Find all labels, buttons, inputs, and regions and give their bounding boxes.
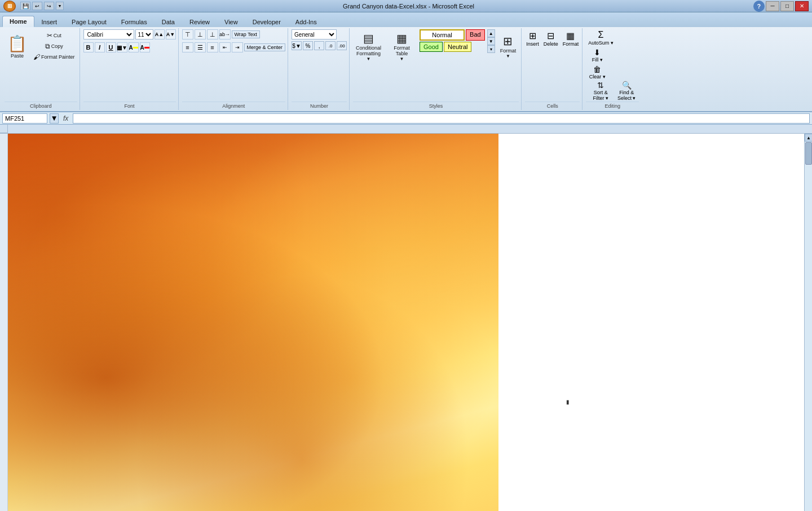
tab-insert[interactable]: Insert — [34, 16, 65, 27]
find-icon: 🔍 — [622, 81, 632, 90]
empty-cells-area[interactable]: ▮ — [498, 134, 812, 511]
find-select-button[interactable]: 🔍 Find &Select ▾ — [614, 80, 639, 102]
format-button[interactable]: ⊞ Format ▼ — [497, 29, 519, 63]
font-size-select[interactable]: 11 — [135, 29, 153, 39]
neutral-style[interactable]: Neutral — [444, 42, 471, 52]
format-as-table-button[interactable]: ▦ Format Table ▼ — [386, 29, 417, 63]
align-bottom-btn[interactable]: ⊥ — [207, 29, 218, 39]
title-bar: ⊞ 💾 ↩ ↪ ▼ Grand Canyon data-Excel.xlsx -… — [0, 0, 812, 12]
clipboard-group: 📋Paste ✂ Cut ⧉ Copy 🖌 Format Painter — [2, 28, 80, 110]
sort-filter-button[interactable]: ⇅ Sort &Filter ▾ — [588, 80, 613, 102]
alignment-label: Alignment — [182, 102, 286, 109]
conditional-formatting-icon: ▤ — [363, 32, 374, 45]
italic-button[interactable]: I — [95, 42, 105, 52]
editing-label: Editing — [586, 102, 639, 109]
align-middle-btn[interactable]: ⊥ — [195, 29, 206, 39]
increase-indent-btn[interactable]: ⇥ — [232, 42, 243, 52]
cell-styles-btn[interactable]: ▾ — [487, 45, 495, 53]
insert-cells-button[interactable]: ⊞ Insert — [525, 29, 540, 48]
bold-button[interactable]: B — [83, 42, 94, 52]
alignment-group: ⊤ ⊥ ⊥ ab→ Wrap Text ≡ ☰ ≡ ⇤ ⇥ Merge & Ce… — [180, 28, 289, 110]
redo-btn[interactable]: ↪ — [44, 2, 54, 10]
tab-data[interactable]: Data — [155, 16, 182, 27]
undo-btn[interactable]: ↩ — [32, 2, 42, 10]
tab-addins[interactable]: Add-Ins — [288, 16, 324, 27]
styles-scroll-up[interactable]: ▲ — [487, 29, 495, 37]
format-table-icon: ▦ — [396, 32, 407, 45]
tab-review[interactable]: Review — [182, 16, 217, 27]
window-title: Grand Canyon data-Excel.xlsx - Microsoft… — [343, 3, 474, 10]
align-top-btn[interactable]: ⊤ — [182, 29, 193, 39]
autosum-button[interactable]: Σ AutoSum ▾ — [586, 29, 616, 46]
number-format-select[interactable]: General — [292, 29, 337, 39]
percent-btn[interactable]: % — [303, 41, 313, 50]
font-color-button[interactable]: A — [140, 42, 150, 52]
scroll-up-btn[interactable]: ▲ — [805, 134, 812, 142]
underline-button[interactable]: U — [106, 42, 116, 52]
increase-font-btn[interactable]: A▲ — [155, 29, 165, 39]
copy-icon: ⧉ — [45, 42, 50, 50]
close-btn[interactable]: ✕ — [795, 1, 809, 11]
ribbon-panel: 📋Paste ✂ Cut ⧉ Copy 🖌 Format Painter — [0, 27, 812, 111]
formula-input[interactable] — [73, 113, 810, 124]
format-cells-button[interactable]: ▦ Format — [562, 29, 580, 48]
good-style[interactable]: Good — [420, 42, 443, 52]
align-center-btn[interactable]: ☰ — [195, 42, 206, 52]
decrease-decimal-btn[interactable]: .0 — [325, 41, 336, 50]
format-painter-button[interactable]: 🖌 Format Painter — [31, 52, 77, 62]
scroll-track-v[interactable] — [805, 142, 812, 511]
tab-developer[interactable]: Developer — [245, 16, 288, 27]
fill-icon: ⬇ — [594, 48, 601, 57]
clear-icon: 🗑 — [593, 65, 601, 74]
conditional-formatting-button[interactable]: ▤ ConditionalFormatting ▼ — [353, 29, 384, 63]
maximize-btn[interactable]: □ — [780, 1, 794, 11]
spreadsheet-area: ▮ ▲ ▼ ◀ ▶ — [0, 134, 812, 511]
fill-button[interactable]: ⬇ Fill ▾ — [586, 47, 608, 63]
office-button[interactable]: ⊞ — [3, 1, 16, 12]
select-all-corner[interactable] — [0, 125, 8, 133]
align-left-btn[interactable]: ≡ — [182, 42, 193, 52]
paste-button[interactable]: 📋Paste — [5, 29, 30, 63]
clear-button[interactable]: 🗑 Clear ▾ — [586, 64, 608, 80]
cut-button[interactable]: ✂ Cut — [31, 30, 77, 41]
cells-group: ⊞ Insert ⊟ Delete ▦ Format — [523, 28, 582, 110]
number-group: General $▼ % , .0 .00 Number — [289, 28, 350, 110]
bad-style[interactable]: Bad — [466, 29, 485, 41]
font-name-select[interactable]: Calibri — [83, 29, 134, 39]
orientation-btn[interactable]: ab→ — [219, 29, 231, 39]
decrease-font-btn[interactable]: A▼ — [166, 29, 176, 39]
name-box-dropdown[interactable]: ▼ — [50, 113, 59, 124]
wrap-text-button[interactable]: Wrap Text — [232, 30, 260, 38]
copy-button[interactable]: ⧉ Copy — [31, 41, 77, 51]
fill-color-button[interactable]: A — [129, 42, 139, 52]
styles-scroll-down[interactable]: ▼ — [487, 37, 495, 45]
quick-save-btn[interactable]: 💾 — [20, 2, 30, 10]
cell-area[interactable]: ▮ ▲ ▼ ◀ ▶ — [8, 134, 812, 511]
font-label: Font — [83, 102, 176, 109]
editing-group: Σ AutoSum ▾ ⬇ Fill ▾ 🗑 Clear ▾ — [584, 28, 641, 110]
row-numbers — [0, 134, 8, 511]
scroll-thumb-v[interactable] — [805, 142, 812, 165]
tab-view[interactable]: View — [217, 16, 245, 27]
normal-style[interactable]: Normal — [420, 29, 465, 41]
styles-group: ▤ ConditionalFormatting ▼ ▦ Format Table… — [351, 28, 522, 110]
align-right-btn[interactable]: ≡ — [207, 42, 218, 52]
accounting-format-btn[interactable]: $▼ — [292, 41, 302, 50]
tab-formulas[interactable]: Formulas — [114, 16, 155, 27]
merge-center-button[interactable]: Merge & Center — [244, 43, 286, 51]
decrease-indent-btn[interactable]: ⇤ — [219, 42, 231, 52]
border-button[interactable]: ▦▼ — [117, 42, 127, 52]
paintbrush-icon: 🖌 — [33, 53, 40, 61]
tab-home[interactable]: Home — [2, 16, 34, 27]
help-btn[interactable]: ? — [753, 1, 765, 12]
fx-label: fx — [61, 114, 70, 122]
cell-reference-box[interactable] — [2, 113, 47, 124]
minimize-btn[interactable]: ─ — [766, 1, 779, 11]
quick-access-dropdown[interactable]: ▼ — [56, 2, 64, 10]
sort-icon: ⇅ — [597, 81, 604, 90]
increase-decimal-btn[interactable]: .00 — [337, 41, 347, 50]
tab-page-layout[interactable]: Page Layout — [64, 16, 114, 27]
delete-cells-button[interactable]: ⊟ Delete — [542, 29, 559, 48]
comma-btn[interactable]: , — [314, 41, 324, 50]
vertical-scrollbar[interactable]: ▲ ▼ — [804, 134, 812, 511]
